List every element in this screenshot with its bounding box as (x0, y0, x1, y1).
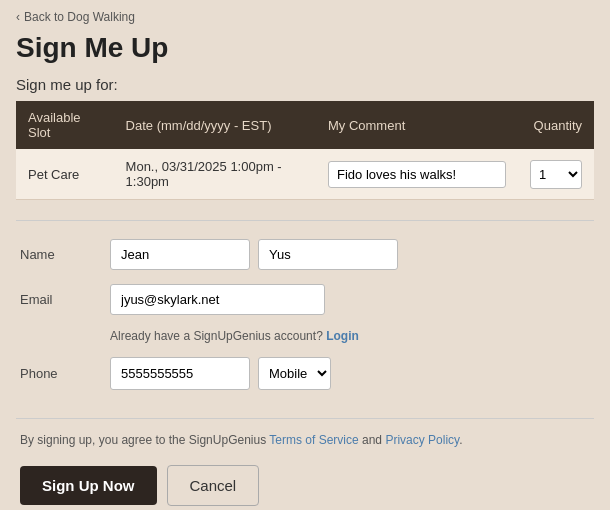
email-row: Email (16, 284, 594, 315)
privacy-link[interactable]: Privacy Policy (385, 433, 459, 447)
back-chevron-icon: ‹ (16, 10, 20, 24)
last-name-input[interactable] (258, 239, 398, 270)
form-section: Name Email Already have a SignUpGenius a… (16, 235, 594, 408)
quantity-cell: 1 2 3 4 5 (518, 149, 594, 200)
phone-fields: Mobile Home Work (110, 357, 331, 390)
col-available-slot: Available Slot (16, 101, 114, 149)
quantity-select[interactable]: 1 2 3 4 5 (530, 160, 582, 189)
col-date: Date (mm/dd/yyyy - EST) (114, 101, 316, 149)
account-hint: Already have a SignUpGenius account? Log… (110, 329, 594, 343)
page-title: Sign Me Up (16, 32, 594, 64)
email-label: Email (20, 292, 110, 307)
back-link-label: Back to Dog Walking (24, 10, 135, 24)
sign-up-for-label: Sign me up for: (16, 76, 594, 93)
phone-row: Phone Mobile Home Work (16, 357, 594, 390)
table-row: Pet Care Mon., 03/31/2025 1:00pm - 1:30p… (16, 149, 594, 200)
divider-2 (16, 418, 594, 419)
col-comment: My Comment (316, 101, 518, 149)
terms-link[interactable]: Terms of Service (269, 433, 358, 447)
comment-input[interactable] (328, 161, 506, 188)
back-link[interactable]: ‹ Back to Dog Walking (16, 10, 594, 24)
name-row: Name (16, 239, 594, 270)
email-input[interactable] (110, 284, 325, 315)
phone-input[interactable] (110, 357, 250, 390)
col-quantity: Quantity (518, 101, 594, 149)
phone-type-select[interactable]: Mobile Home Work (258, 357, 331, 390)
comment-cell (316, 149, 518, 200)
name-fields (110, 239, 398, 270)
slot-date: Mon., 03/31/2025 1:00pm - 1:30pm (114, 149, 316, 200)
action-buttons: Sign Up Now Cancel (20, 465, 590, 506)
slots-table: Available Slot Date (mm/dd/yyyy - EST) M… (16, 101, 594, 200)
cancel-button[interactable]: Cancel (167, 465, 260, 506)
first-name-input[interactable] (110, 239, 250, 270)
login-link[interactable]: Login (326, 329, 359, 343)
divider (16, 220, 594, 221)
slot-name: Pet Care (16, 149, 114, 200)
email-fields (110, 284, 325, 315)
signup-button[interactable]: Sign Up Now (20, 466, 157, 505)
terms-text: By signing up, you agree to the SignUpGe… (20, 433, 590, 447)
phone-label: Phone (20, 366, 110, 381)
name-label: Name (20, 247, 110, 262)
